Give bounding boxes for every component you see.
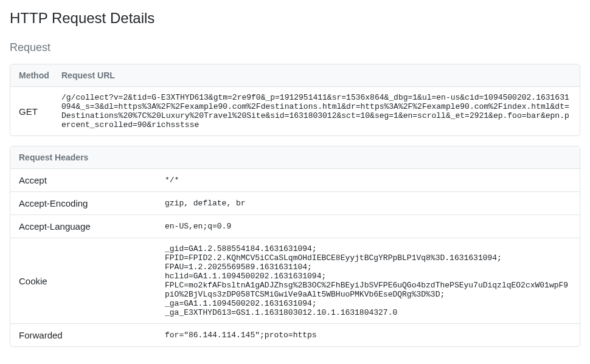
header-name-cell: Cookie xyxy=(10,238,156,324)
header-value-cell: gzip, deflate, br xyxy=(156,192,580,215)
request-headers-title: Request Headers xyxy=(10,146,580,169)
header-value-cell: en-US,en;q=0.9 xyxy=(156,215,580,238)
header-name-cell: Forwarded xyxy=(10,324,156,347)
header-value-cell: _gid=GA1.2.588554184.1631631094; FPID=FP… xyxy=(156,238,580,324)
col-header-url: Request URL xyxy=(53,64,580,87)
table-row: Accept-Encoding gzip, deflate, br xyxy=(10,192,580,215)
request-url-table: Method Request URL GET /g/collect?v=2&ti… xyxy=(10,64,580,136)
header-name-cell: Accept-Language xyxy=(10,215,156,238)
table-row: GET /g/collect?v=2&tid=G-E3XTHYD613&gtm=… xyxy=(10,87,580,136)
col-header-method: Method xyxy=(10,64,53,87)
request-headers-table: Accept */* Accept-Encoding gzip, deflate… xyxy=(10,169,580,346)
table-row: Accept */* xyxy=(10,169,580,192)
header-value-cell: for="86.144.114.145";proto=https xyxy=(156,324,580,347)
table-row: Accept-Language en-US,en;q=0.9 xyxy=(10,215,580,238)
request-url-card: Method Request URL GET /g/collect?v=2&ti… xyxy=(10,64,580,136)
request-section-heading: Request xyxy=(10,41,580,54)
header-name-cell: Accept xyxy=(10,169,156,192)
header-value-cell: */* xyxy=(156,169,580,192)
table-row: Forwarded for="86.144.114.145";proto=htt… xyxy=(10,324,580,347)
header-name-cell: Accept-Encoding xyxy=(10,192,156,215)
request-method-cell: GET xyxy=(10,87,53,136)
page-title: HTTP Request Details xyxy=(10,10,580,27)
table-row: Cookie _gid=GA1.2.588554184.1631631094; … xyxy=(10,238,580,324)
request-headers-card: Request Headers Accept */* Accept-Encodi… xyxy=(10,146,580,347)
request-url-cell: /g/collect?v=2&tid=G-E3XTHYD613&gtm=2re9… xyxy=(53,87,580,136)
